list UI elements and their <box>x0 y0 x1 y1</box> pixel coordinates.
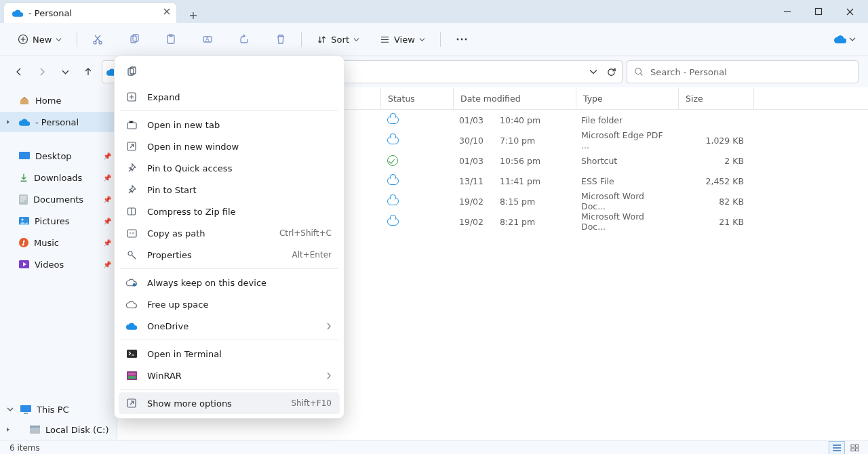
sidebar-this-pc[interactable]: This PC <box>0 399 117 419</box>
shortcut-label: Shift+F10 <box>291 398 332 408</box>
ctx-open-new-window[interactable]: Open in new window <box>119 136 340 157</box>
more-button[interactable] <box>450 30 473 49</box>
sidebar-onedrive-personal[interactable]: - Personal <box>0 112 117 132</box>
pc-icon <box>20 405 31 414</box>
sort-button[interactable]: Sort <box>311 30 365 49</box>
svg-point-38 <box>128 251 132 255</box>
ctx-pin-start[interactable]: Pin to Start <box>119 179 340 201</box>
svg-point-3 <box>99 41 102 44</box>
svg-rect-18 <box>20 201 24 201</box>
col-size[interactable]: Size <box>679 87 754 109</box>
copy-path-icon <box>125 229 138 238</box>
sidebar-pictures[interactable]: Pictures📌 <box>0 211 117 231</box>
svg-rect-37 <box>127 230 136 237</box>
new-tab-button[interactable] <box>189 11 198 20</box>
paste-button[interactable] <box>160 30 182 49</box>
pin-icon <box>125 185 138 194</box>
properties-icon <box>125 250 138 260</box>
col-status[interactable]: Status <box>381 87 454 109</box>
status-bar: 6 items <box>0 440 868 454</box>
col-type[interactable]: Type <box>576 87 679 109</box>
chevron-down-icon <box>419 37 425 43</box>
open-icon <box>125 66 138 77</box>
minimize-button[interactable] <box>772 0 803 23</box>
chevron-down-icon <box>56 37 62 43</box>
forward-button[interactable] <box>33 62 52 81</box>
cloud-icon <box>387 218 399 226</box>
ctx-free-up-space[interactable]: Free up space <box>119 293 340 315</box>
tab-title: - Personal <box>28 8 72 18</box>
ctx-winrar[interactable]: WinRAR <box>119 365 340 386</box>
svg-rect-29 <box>850 449 854 451</box>
ctx-show-more-options[interactable]: Show more options Shift+F10 <box>119 392 340 414</box>
pictures-icon <box>19 217 29 225</box>
copy-button[interactable] <box>123 30 145 49</box>
svg-rect-14 <box>19 152 30 159</box>
close-window-button[interactable] <box>834 0 865 23</box>
svg-point-2 <box>94 41 96 44</box>
documents-icon <box>19 194 28 205</box>
onedrive-icon <box>19 119 30 126</box>
maximize-button[interactable] <box>803 0 834 23</box>
recent-button[interactable] <box>56 62 75 81</box>
svg-point-39 <box>133 283 136 287</box>
ctx-pin-quick-access[interactable]: Pin to Quick access <box>119 157 340 179</box>
chevron-down-icon[interactable] <box>849 36 856 43</box>
search-input[interactable]: Search - Personal <box>627 60 859 83</box>
sidebar-music[interactable]: Music📌 <box>0 232 117 253</box>
details-view-toggle[interactable] <box>829 441 845 454</box>
svg-rect-34 <box>127 123 136 129</box>
up-button[interactable] <box>79 62 98 81</box>
sort-label: Sort <box>331 35 349 45</box>
delete-button[interactable] <box>270 30 292 49</box>
sidebar-local-disk[interactable]: Local Disk (C:) <box>0 419 117 440</box>
cloud-icon <box>387 197 399 205</box>
col-date[interactable]: Date modified <box>454 87 576 109</box>
item-count: 6 items <box>9 443 40 453</box>
shortcut-label: Ctrl+Shift+C <box>279 228 332 238</box>
refresh-button[interactable] <box>606 67 616 77</box>
ctx-compress-zip[interactable]: Compress to Zip file <box>119 201 340 222</box>
sidebar-documents[interactable]: Documents📌 <box>0 189 117 209</box>
thumbnails-view-toggle[interactable] <box>846 441 863 454</box>
sidebar-videos[interactable]: Videos📌 <box>0 254 117 274</box>
ctx-onedrive[interactable]: OneDrive <box>119 315 340 337</box>
winrar-icon <box>125 371 138 380</box>
terminal-icon <box>125 350 138 358</box>
zip-icon <box>125 207 138 216</box>
cloud-keep-icon <box>125 278 138 287</box>
svg-rect-16 <box>20 197 26 197</box>
svg-rect-25 <box>30 427 40 434</box>
cloud-icon <box>125 301 138 308</box>
onedrive-status-icon[interactable] <box>834 35 846 43</box>
ctx-always-keep[interactable]: Always keep on this device <box>119 272 340 293</box>
svg-point-10 <box>456 39 458 41</box>
new-button[interactable]: New <box>12 30 67 49</box>
ctx-open-new-tab[interactable]: Open in new tab <box>119 114 340 136</box>
ctx-properties[interactable]: Properties Alt+Enter <box>119 244 340 266</box>
ctx-open-terminal[interactable]: Open in Terminal <box>119 343 340 365</box>
view-button[interactable]: View <box>374 30 431 49</box>
onedrive-icon <box>125 323 138 330</box>
svg-rect-23 <box>20 405 31 412</box>
rename-button[interactable]: A <box>197 30 218 49</box>
sidebar-downloads[interactable]: Downloads📌 <box>0 167 117 188</box>
drive-icon <box>30 426 40 434</box>
sidebar-desktop[interactable]: Desktop📌 <box>0 146 117 166</box>
ctx-copy-as-path[interactable]: Copy as path Ctrl+Shift+C <box>119 222 340 244</box>
svg-point-20 <box>22 219 24 221</box>
sidebar-home[interactable]: Home <box>0 90 117 110</box>
cut-button[interactable] <box>87 30 108 49</box>
svg-point-13 <box>635 68 642 75</box>
address-chevron-icon[interactable] <box>589 68 597 76</box>
chevron-down-icon[interactable] <box>7 406 14 413</box>
svg-rect-24 <box>24 413 28 414</box>
share-button[interactable] <box>233 30 255 49</box>
ctx-open-location[interactable] <box>123 63 140 81</box>
ctx-expand[interactable]: Expand <box>119 86 340 108</box>
chevron-down-icon <box>353 37 359 43</box>
back-button[interactable] <box>9 62 28 81</box>
close-tab-icon[interactable] <box>163 7 171 16</box>
search-icon <box>634 67 644 77</box>
window-tab[interactable]: - Personal <box>4 3 176 23</box>
